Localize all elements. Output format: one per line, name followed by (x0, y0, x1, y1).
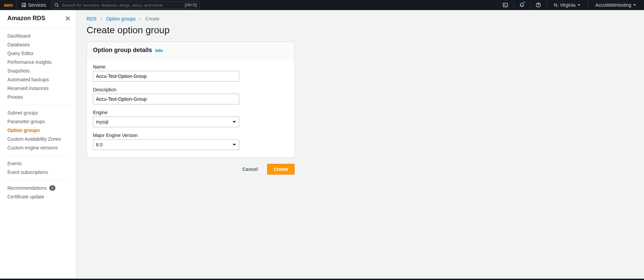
sidebar-item-subnet-groups[interactable]: Subnet groups (7, 108, 70, 117)
sidebar-item-performance-insights[interactable]: Performance insights (7, 58, 70, 66)
breadcrumb-current: Create (145, 16, 159, 21)
footer-bar (0, 279, 644, 280)
sidebar-item-dashboard[interactable]: Dashboard (7, 32, 70, 40)
create-button[interactable]: Create (267, 164, 295, 175)
sidebar-item-proxies[interactable]: Proxies (7, 93, 70, 101)
panel-body: Name Description Engine mysql Major Engi… (87, 59, 294, 157)
description-input[interactable] (93, 94, 239, 104)
sidebar-item-events[interactable]: Events (7, 159, 70, 168)
sidebar-item-certificate-update[interactable]: Certificate update (7, 192, 70, 201)
badge: 0 (49, 185, 55, 191)
engine-label: Engine (93, 110, 288, 115)
search-icon (54, 3, 59, 7)
engine-select[interactable]: mysql (93, 116, 239, 127)
option-group-details-panel: Option group details Info Name Descripti… (87, 42, 295, 158)
nav-group: Subnet groups Parameter groups Option gr… (7, 105, 70, 156)
help-icon (536, 2, 541, 8)
aws-logo[interactable]: aws (4, 0, 16, 10)
region-label: N. Virginia (554, 2, 576, 8)
sidebar-item-reserved-instances[interactable]: Reserved instances (7, 84, 70, 93)
services-label: Services (28, 2, 46, 8)
breadcrumb-rds[interactable]: RDS (87, 16, 97, 21)
notification-dot-icon (523, 1, 525, 3)
aws-logo-text: aws (4, 2, 13, 8)
svg-line-1 (57, 6, 58, 7)
top-nav: aws Services [Alt+S] N. Virginia AccuWeb… (0, 0, 644, 10)
sidebar: Amazon RDS Dashboard Databases Query Edi… (0, 10, 77, 279)
account-label: AccuWebHosting (595, 2, 631, 8)
sidebar-item-databases[interactable]: Databases (7, 40, 70, 49)
panel-header: Option group details Info (87, 42, 294, 59)
version-select[interactable]: 8.0 (93, 139, 239, 150)
search-bar[interactable]: [Alt+S] (51, 1, 200, 9)
svg-point-6 (538, 6, 539, 7)
nav-group: Recommendations 0 Certificate update (7, 180, 70, 204)
sidebar-item-automated-backups[interactable]: Automated backups (7, 75, 70, 84)
description-label: Description (93, 87, 288, 92)
version-label: Major Engine Version (93, 133, 288, 138)
name-label: Name (93, 64, 288, 69)
sidebar-item-snapshots[interactable]: Snapshots (7, 66, 70, 75)
breadcrumb-option-groups[interactable]: Option groups (106, 16, 136, 21)
cloudshell-icon (503, 2, 508, 8)
button-row: Cancel Create (87, 164, 295, 175)
sidebar-item-custom-az[interactable]: Custom Availability Zones (7, 135, 70, 143)
region-selector[interactable]: N. Virginia (550, 0, 584, 10)
svg-point-0 (55, 3, 58, 6)
sidebar-item-event-subscriptions[interactable]: Event subscriptions (7, 168, 70, 177)
account-menu[interactable]: AccuWebHosting (591, 0, 640, 10)
panel-title: Option group details (93, 47, 152, 54)
cancel-button[interactable]: Cancel (236, 164, 264, 175)
caret-down-icon (633, 4, 636, 6)
search-input[interactable] (61, 3, 182, 8)
svg-rect-2 (503, 3, 507, 7)
sidebar-item-parameter-groups[interactable]: Parameter groups (7, 117, 70, 126)
sidebar-item-query-editor[interactable]: Query Editor (7, 49, 70, 58)
search-shortcut: [Alt+S] (185, 3, 197, 7)
caret-down-icon (578, 4, 580, 6)
sidebar-title: Amazon RDS (7, 15, 45, 22)
breadcrumb: RDS › Option groups › Create (87, 16, 634, 21)
grid-icon (22, 3, 26, 7)
sidebar-item-recommendations[interactable]: Recommendations 0 (7, 184, 70, 192)
help-button[interactable] (534, 0, 543, 10)
nav-group: Events Event subscriptions (7, 156, 70, 180)
close-icon[interactable] (65, 16, 70, 21)
page-title: Create option group (87, 25, 634, 36)
sidebar-header: Amazon RDS (0, 10, 76, 28)
notifications-button[interactable] (517, 0, 527, 10)
chevron-right-icon: › (140, 16, 141, 21)
main-content: RDS › Option groups › Create Create opti… (77, 10, 644, 279)
info-link[interactable]: Info (155, 48, 163, 53)
nav-group: Dashboard Databases Query Editor Perform… (7, 28, 70, 105)
services-menu[interactable]: Services (19, 0, 49, 10)
sidebar-item-custom-engine-versions[interactable]: Custom engine versions (7, 143, 70, 152)
name-input[interactable] (93, 71, 239, 82)
cloudshell-button[interactable] (501, 0, 510, 10)
chevron-right-icon: › (101, 16, 102, 21)
sidebar-item-option-groups[interactable]: Option groups (7, 126, 70, 135)
